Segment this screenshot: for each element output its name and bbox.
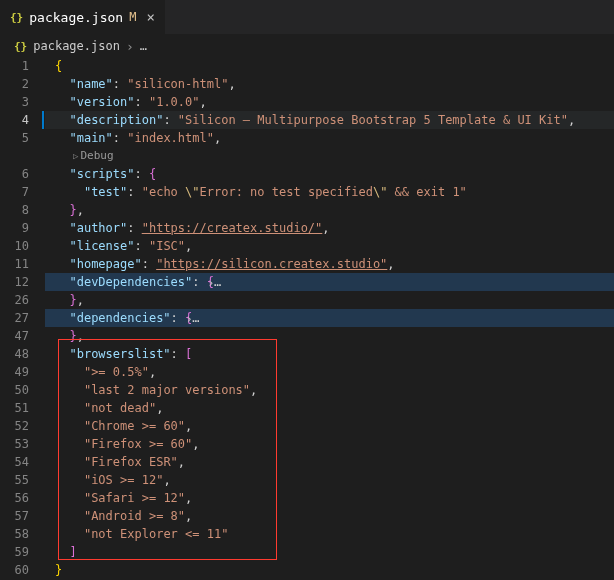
- line-number: 49: [0, 363, 29, 381]
- code-line[interactable]: "browserslist": [: [45, 345, 614, 363]
- code-line[interactable]: "Firefox >= 60",: [45, 435, 614, 453]
- line-number: 9: [0, 219, 29, 237]
- tab-modified-badge: M: [129, 10, 136, 24]
- json-file-icon: {}: [14, 40, 27, 53]
- line-number: 1: [0, 57, 29, 75]
- line-number: 57: [0, 507, 29, 525]
- line-number: 53: [0, 435, 29, 453]
- code-line[interactable]: "Chrome >= 60",: [45, 417, 614, 435]
- breadcrumb[interactable]: {} package.json › …: [0, 35, 614, 57]
- line-number: 50: [0, 381, 29, 399]
- code-line[interactable]: "scripts": {: [45, 165, 614, 183]
- line-number: 11: [0, 255, 29, 273]
- code-line[interactable]: "not Explorer <= 11": [45, 525, 614, 543]
- code-line[interactable]: "not dead",: [45, 399, 614, 417]
- breadcrumb-ellipsis[interactable]: …: [140, 39, 147, 53]
- line-number-gutter: 1234567891011122627474849505152535455565…: [0, 57, 45, 579]
- code-line[interactable]: ]: [45, 543, 614, 561]
- fold-chevron-icon[interactable]: ›: [186, 312, 193, 326]
- code-line[interactable]: ▷Debug: [45, 147, 614, 165]
- debug-label: Debug: [80, 149, 113, 162]
- line-number: 12: [0, 273, 29, 291]
- line-number: 54: [0, 453, 29, 471]
- code-line[interactable]: "devDependencies": {…›: [45, 273, 614, 291]
- code-line[interactable]: "iOS >= 12",: [45, 471, 614, 489]
- code-area[interactable]: { "name": "silicon-html", "version": "1.…: [45, 57, 614, 579]
- code-line[interactable]: },: [45, 291, 614, 309]
- line-number: 5: [0, 129, 29, 147]
- code-line[interactable]: "name": "silicon-html",: [45, 75, 614, 93]
- code-line[interactable]: "Android >= 8",: [45, 507, 614, 525]
- line-number: 58: [0, 525, 29, 543]
- tab-bar: {} package.json M ×: [0, 0, 614, 35]
- code-line[interactable]: ">= 0.5%",: [45, 363, 614, 381]
- line-number: 56: [0, 489, 29, 507]
- code-line[interactable]: }: [45, 561, 614, 579]
- code-line[interactable]: "main": "index.html",: [45, 129, 614, 147]
- line-number: 8: [0, 201, 29, 219]
- line-number: [0, 147, 29, 165]
- fold-chevron-icon[interactable]: ›: [207, 276, 214, 290]
- code-line[interactable]: "homepage": "https://silicon.createx.stu…: [45, 255, 614, 273]
- code-line[interactable]: "Firefox ESR",: [45, 453, 614, 471]
- line-number: 51: [0, 399, 29, 417]
- breadcrumb-file: package.json: [33, 39, 120, 53]
- code-line[interactable]: "test": "echo \"Error: no test specified…: [45, 183, 614, 201]
- code-line[interactable]: },: [45, 201, 614, 219]
- code-line[interactable]: "last 2 major versions",: [45, 381, 614, 399]
- code-line[interactable]: {: [45, 57, 614, 75]
- play-icon: ▷: [73, 151, 78, 161]
- code-line[interactable]: "Safari >= 12",: [45, 489, 614, 507]
- json-file-icon: {}: [10, 11, 23, 24]
- code-line[interactable]: "author": "https://createx.studio/",: [45, 219, 614, 237]
- line-number: 2: [0, 75, 29, 93]
- line-number: 47: [0, 327, 29, 345]
- line-number: 7: [0, 183, 29, 201]
- code-line[interactable]: "description": "Silicon – Multipurpose B…: [45, 111, 614, 129]
- line-number: 48: [0, 345, 29, 363]
- line-number: 27: [0, 309, 29, 327]
- tab-title: package.json: [29, 10, 123, 25]
- chevron-right-icon: ›: [126, 39, 134, 54]
- code-line[interactable]: "license": "ISC",: [45, 237, 614, 255]
- line-number: 3: [0, 93, 29, 111]
- line-number: 4: [0, 111, 29, 129]
- editor[interactable]: 1234567891011122627474849505152535455565…: [0, 57, 614, 579]
- code-line[interactable]: },: [45, 327, 614, 345]
- line-number: 55: [0, 471, 29, 489]
- debug-codelens[interactable]: ▷Debug: [45, 147, 614, 165]
- line-number: 60: [0, 561, 29, 579]
- line-number: 26: [0, 291, 29, 309]
- close-icon[interactable]: ×: [146, 9, 154, 25]
- line-number: 59: [0, 543, 29, 561]
- code-line[interactable]: "version": "1.0.0",: [45, 93, 614, 111]
- line-number: 6: [0, 165, 29, 183]
- line-number: 10: [0, 237, 29, 255]
- line-number: 52: [0, 417, 29, 435]
- code-line[interactable]: "dependencies": {…›: [45, 309, 614, 327]
- tab-package-json[interactable]: {} package.json M ×: [0, 0, 166, 34]
